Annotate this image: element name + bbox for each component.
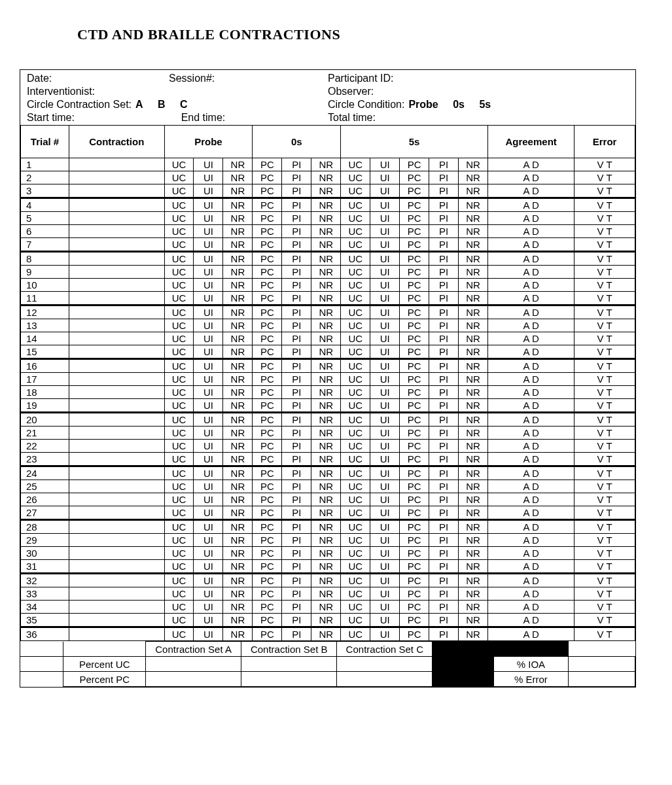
five-code[interactable]: UC [341, 466, 370, 480]
contraction-cell[interactable] [69, 480, 164, 493]
contraction-cell[interactable] [69, 386, 164, 399]
five-code[interactable]: PC [400, 266, 429, 279]
probe-code[interactable]: UC [164, 158, 194, 171]
five-code[interactable]: PI [429, 345, 459, 359]
five-code[interactable]: NR [459, 399, 488, 413]
zero-code[interactable]: NR [311, 560, 341, 574]
five-code[interactable]: UC [341, 399, 370, 413]
percent-uc-b[interactable] [241, 657, 337, 672]
five-code[interactable]: PI [429, 466, 459, 480]
five-code[interactable]: UI [370, 574, 400, 587]
zero-code[interactable]: PC [253, 413, 282, 427]
zero-code[interactable]: PC [253, 547, 282, 560]
five-code[interactable]: UC [341, 292, 370, 305]
error-cell[interactable]: V T [575, 627, 635, 641]
probe-code[interactable]: NR [223, 506, 253, 520]
zero-code[interactable]: PI [282, 574, 311, 587]
zero-code[interactable]: NR [311, 413, 341, 427]
agreement-cell[interactable]: A D [488, 506, 575, 520]
probe-code[interactable]: UI [194, 386, 223, 399]
circle-condition-options[interactable]: Probe 0s 5s [408, 99, 503, 111]
five-code[interactable]: PC [400, 413, 429, 427]
zero-code[interactable]: PC [253, 480, 282, 493]
zero-code[interactable]: PI [282, 292, 311, 305]
five-code[interactable]: PC [400, 238, 429, 252]
five-code[interactable]: UC [341, 587, 370, 601]
zero-code[interactable]: PI [282, 319, 311, 332]
probe-code[interactable]: UI [194, 574, 223, 587]
probe-code[interactable]: NR [223, 413, 253, 427]
five-code[interactable]: UI [370, 212, 400, 225]
five-code[interactable]: PI [429, 171, 459, 184]
five-code[interactable]: PC [400, 279, 429, 292]
probe-code[interactable]: UI [194, 305, 223, 319]
zero-code[interactable]: PI [282, 399, 311, 413]
five-code[interactable]: NR [459, 453, 488, 466]
probe-code[interactable]: NR [223, 225, 253, 238]
five-code[interactable]: UI [370, 279, 400, 292]
probe-code[interactable]: UI [194, 587, 223, 601]
zero-code[interactable]: NR [311, 601, 341, 614]
zero-code[interactable]: NR [311, 212, 341, 225]
agreement-cell[interactable]: A D [488, 614, 575, 627]
probe-code[interactable]: UI [194, 506, 223, 520]
five-code[interactable]: UC [341, 601, 370, 614]
zero-code[interactable]: PI [282, 184, 311, 198]
probe-code[interactable]: NR [223, 627, 253, 641]
zero-code[interactable]: NR [311, 305, 341, 319]
probe-code[interactable]: NR [223, 480, 253, 493]
agreement-cell[interactable]: A D [488, 198, 575, 212]
probe-code[interactable]: UI [194, 319, 223, 332]
error-cell[interactable]: V T [575, 158, 635, 171]
contraction-cell[interactable] [69, 319, 164, 332]
probe-code[interactable]: UI [194, 427, 223, 440]
contraction-cell[interactable] [69, 534, 164, 547]
contraction-cell[interactable] [69, 413, 164, 427]
agreement-cell[interactable]: A D [488, 386, 575, 399]
probe-code[interactable]: UI [194, 345, 223, 359]
five-code[interactable]: NR [459, 574, 488, 587]
zero-code[interactable]: PI [282, 534, 311, 547]
error-cell[interactable]: V T [575, 574, 635, 587]
contraction-cell[interactable] [69, 158, 164, 171]
five-code[interactable]: PC [400, 359, 429, 373]
five-code[interactable]: PC [400, 466, 429, 480]
five-code[interactable]: NR [459, 345, 488, 359]
agreement-cell[interactable]: A D [488, 534, 575, 547]
probe-code[interactable]: UC [164, 453, 194, 466]
error-cell[interactable]: V T [575, 198, 635, 212]
zero-code[interactable]: PC [253, 279, 282, 292]
five-code[interactable]: UI [370, 184, 400, 198]
zero-code[interactable]: NR [311, 399, 341, 413]
five-code[interactable]: NR [459, 373, 488, 386]
probe-code[interactable]: UI [194, 547, 223, 560]
zero-code[interactable]: PC [253, 345, 282, 359]
zero-code[interactable]: PI [282, 279, 311, 292]
probe-code[interactable]: UC [164, 627, 194, 641]
zero-code[interactable]: NR [311, 520, 341, 534]
five-code[interactable]: UC [341, 413, 370, 427]
agreement-cell[interactable]: A D [488, 279, 575, 292]
zero-code[interactable]: PC [253, 184, 282, 198]
probe-code[interactable]: UC [164, 440, 194, 453]
agreement-cell[interactable]: A D [488, 547, 575, 560]
five-code[interactable]: PI [429, 534, 459, 547]
zero-code[interactable]: NR [311, 198, 341, 212]
zero-code[interactable]: PI [282, 225, 311, 238]
zero-code[interactable]: PC [253, 520, 282, 534]
five-code[interactable]: UI [370, 453, 400, 466]
set-option-c[interactable]: C [180, 99, 188, 110]
five-code[interactable]: UI [370, 238, 400, 252]
five-code[interactable]: UI [370, 292, 400, 305]
probe-code[interactable]: NR [223, 560, 253, 574]
five-code[interactable]: UC [341, 305, 370, 319]
five-code[interactable]: UC [341, 345, 370, 359]
five-code[interactable]: PI [429, 184, 459, 198]
five-code[interactable]: NR [459, 427, 488, 440]
five-code[interactable]: UI [370, 601, 400, 614]
five-code[interactable]: PC [400, 305, 429, 319]
five-code[interactable]: PI [429, 252, 459, 266]
five-code[interactable]: UC [341, 560, 370, 574]
probe-code[interactable]: UC [164, 466, 194, 480]
zero-code[interactable]: PC [253, 359, 282, 373]
